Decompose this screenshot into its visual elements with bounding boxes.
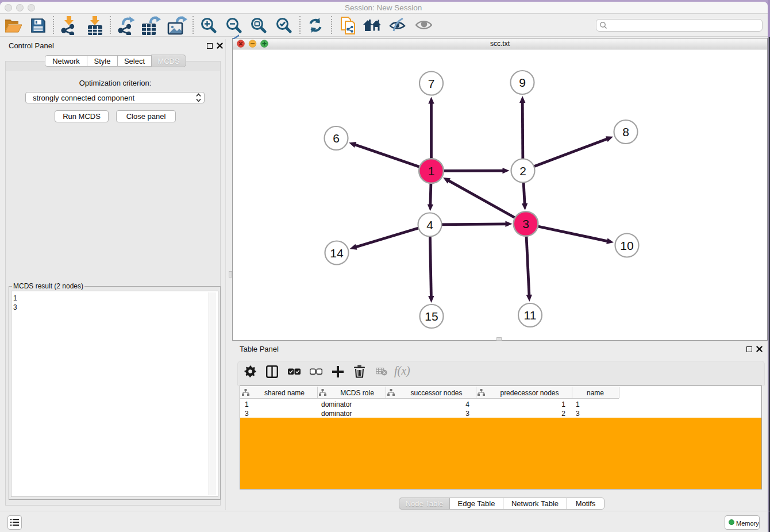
svg-text:15: 15 bbox=[425, 310, 438, 323]
svg-text:1: 1 bbox=[428, 164, 435, 178]
svg-text:4: 4 bbox=[426, 218, 433, 232]
svg-text:9: 9 bbox=[519, 76, 526, 89]
svg-text:8: 8 bbox=[622, 125, 629, 138]
svg-text:3: 3 bbox=[522, 217, 529, 230]
svg-text:7: 7 bbox=[428, 77, 435, 90]
svg-text:11: 11 bbox=[524, 309, 537, 322]
svg-text:2: 2 bbox=[519, 164, 526, 178]
svg-text:14: 14 bbox=[330, 246, 344, 260]
svg-text:6: 6 bbox=[333, 132, 340, 145]
svg-text:10: 10 bbox=[620, 239, 633, 252]
